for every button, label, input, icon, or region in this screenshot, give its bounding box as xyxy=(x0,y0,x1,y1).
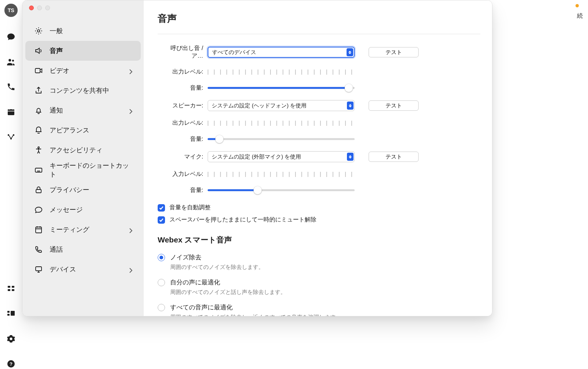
sidebar-item-notifications[interactable]: 通知 xyxy=(25,100,141,120)
sidebar-item-share[interactable]: コンテンツを共有中 xyxy=(25,81,141,100)
ringer-output-level-meter xyxy=(208,70,355,75)
svg-rect-20 xyxy=(36,189,41,193)
close-window-button[interactable] xyxy=(29,6,34,10)
video-icon xyxy=(34,66,43,75)
window-traffic-lights xyxy=(29,6,50,10)
keyboard-icon xyxy=(34,166,43,174)
mic-device-select[interactable]: システムの設定 (外部マイク) を使用 xyxy=(208,151,355,162)
radio-label: 自分の声に最適化 xyxy=(170,278,220,287)
speaker-icon xyxy=(34,46,43,55)
orange-dot-icon xyxy=(576,4,579,7)
minimize-window-button xyxy=(37,6,42,10)
sidebar-item-label: 音声 xyxy=(50,46,133,55)
stepper-icon xyxy=(347,102,354,110)
radio-desc: 周囲のすべてのノイズを除去し、近くのすべての音声を強調します。 xyxy=(158,314,480,316)
speaker-label: スピーカー: xyxy=(158,102,203,110)
phone-icon[interactable] xyxy=(6,82,16,92)
radio-label: ノイズ除去 xyxy=(170,253,201,262)
sidebar-item-video[interactable]: ビデオ xyxy=(25,61,141,81)
sidebar-item-label: 通話 xyxy=(50,245,133,254)
sidebar-item-label: メッセージ xyxy=(50,205,133,214)
avatar[interactable]: TS xyxy=(4,4,18,17)
radio-checked-icon xyxy=(158,254,165,261)
svg-point-1 xyxy=(12,60,14,61)
maximize-window-button xyxy=(45,6,50,10)
layout-icon[interactable] xyxy=(6,309,16,319)
sidebar-item-label: デバイス xyxy=(50,265,122,274)
sidebar-item-accessibility[interactable]: アクセシビリティ xyxy=(25,140,141,160)
svg-rect-8 xyxy=(12,286,14,288)
svg-rect-7 xyxy=(8,286,10,288)
select-value: システムの設定 (外部マイク) を使用 xyxy=(212,153,301,160)
sidebar-item-calls[interactable]: 通話 xyxy=(25,240,141,259)
mic-test-button[interactable]: テスト xyxy=(369,152,419,162)
stepper-icon xyxy=(347,153,354,161)
sidebar-item-label: ビデオ xyxy=(50,66,122,75)
sidebar-item-audio[interactable]: 音声 xyxy=(25,41,141,61)
settings-window: 一般 音声 ビデオ コンテンツを共有中 通知 アピアランス アクセシビリティ xyxy=(22,0,492,316)
volume-label-3: 音量: xyxy=(158,187,203,194)
svg-point-16 xyxy=(37,30,40,32)
chevron-right-icon xyxy=(129,69,133,72)
sidebar-item-label: コンテンツを共有中 xyxy=(50,86,133,95)
speaker-volume-slider[interactable] xyxy=(208,135,355,143)
share-icon xyxy=(34,86,43,95)
output-level-label-2: 出力レベル: xyxy=(158,119,203,127)
input-level-label: 入力レベル: xyxy=(158,170,203,178)
mic-volume-slider[interactable] xyxy=(208,186,355,194)
ringer-device-select[interactable]: すべてのデバイス xyxy=(208,47,355,58)
radio-desc: 周囲のすべてのノイズを除去します。 xyxy=(158,264,480,271)
radio-item-all[interactable]: すべての音声に最適化 周囲のすべてのノイズを除去し、近くのすべての音声を強調しま… xyxy=(158,303,480,316)
radio-desc: 周囲のすべてのノイズと話し声を除去します。 xyxy=(158,289,480,296)
svg-rect-22 xyxy=(36,267,42,271)
chevron-right-icon xyxy=(129,109,133,112)
sidebar-item-keyboard[interactable]: キーボードのショートカット xyxy=(25,160,141,180)
radio-icon xyxy=(158,304,165,311)
ringer-label: 呼び出し音 / ア… xyxy=(158,45,203,60)
partial-text: 続 xyxy=(577,12,583,20)
calendar-icon xyxy=(34,225,43,234)
contacts-icon[interactable] xyxy=(6,57,16,67)
sidebar-item-devices[interactable]: デバイス xyxy=(25,259,141,279)
sidebar-item-meetings[interactable]: ミーティング xyxy=(25,220,141,240)
page-title: 音声 xyxy=(158,12,480,34)
sidebar-item-appearance[interactable]: アピアランス xyxy=(25,120,141,140)
settings-sidebar: 一般 音声 ビデオ コンテンツを共有中 通知 アピアランス アクセシビリティ xyxy=(22,0,144,316)
device-icon xyxy=(34,265,43,274)
select-value: システムの設定 (ヘッドフォン) を使用 xyxy=(212,102,306,109)
sidebar-item-label: 通知 xyxy=(50,106,122,115)
chat-icon[interactable] xyxy=(6,32,16,42)
sidebar-item-label: アクセシビリティ xyxy=(50,146,133,155)
sidebar-item-label: 一般 xyxy=(50,26,133,35)
sidebar-item-messages[interactable]: メッセージ xyxy=(25,200,141,220)
svg-rect-10 xyxy=(12,289,14,291)
sidebar-item-general[interactable]: 一般 xyxy=(25,21,141,41)
speaker-test-button[interactable]: テスト xyxy=(369,100,419,111)
speaker-device-select[interactable]: システムの設定 (ヘッドフォン) を使用 xyxy=(208,100,355,111)
radio-item-voice[interactable]: 自分の声に最適化 周囲のすべてのノイズと話し声を除去します。 xyxy=(158,278,480,296)
radio-item-noise[interactable]: ノイズ除去 周囲のすべてのノイズを除去します。 xyxy=(158,253,480,271)
checkbox-label: 音量を自動調整 xyxy=(169,204,211,212)
ringer-volume-slider[interactable] xyxy=(208,84,355,92)
output-level-label: 出力レベル: xyxy=(158,68,203,76)
mic-label: マイク: xyxy=(158,153,203,161)
app-leftbar: TS ? xyxy=(0,0,22,369)
settings-icon[interactable] xyxy=(6,334,16,344)
help-icon[interactable]: ? xyxy=(6,359,16,369)
connections-icon[interactable] xyxy=(6,132,16,142)
mic-input-level-meter xyxy=(208,172,355,177)
svg-point-0 xyxy=(8,59,11,61)
auto-adjust-checkbox-row[interactable]: 音量を自動調整 xyxy=(158,204,480,212)
svg-rect-9 xyxy=(8,289,10,291)
volume-label-2: 音量: xyxy=(158,135,203,143)
speaker-output-level-meter xyxy=(208,121,355,126)
grid-icon[interactable] xyxy=(6,284,16,294)
spacebar-unmute-checkbox-row[interactable]: スペースバーを押したままにして一時的にミュート解除 xyxy=(158,216,480,224)
volume-label: 音量: xyxy=(158,84,203,92)
radio-icon xyxy=(158,279,165,286)
svg-rect-19 xyxy=(35,168,42,172)
sidebar-item-privacy[interactable]: プライバシー xyxy=(25,180,141,200)
ringer-test-button[interactable]: テスト xyxy=(369,47,419,57)
sidebar-item-label: ミーティング xyxy=(50,225,122,234)
calendar-icon[interactable] xyxy=(6,107,16,117)
